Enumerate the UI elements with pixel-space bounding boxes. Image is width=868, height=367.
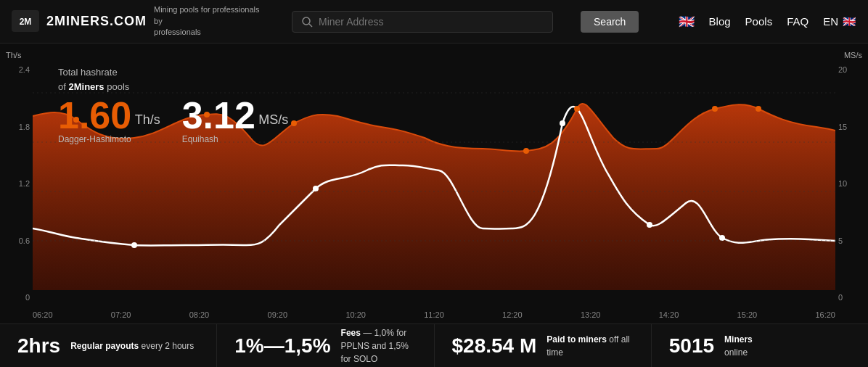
chart-dot — [291, 120, 297, 126]
svg-line-3 — [309, 24, 312, 27]
footer-fees-amount: 1%—1,5% — [234, 334, 330, 358]
chart-y-axis-left: 2.4 1.8 1.2 0.6 0 — [0, 44, 33, 323]
footer-item-miners: 5015 Minersonline — [652, 324, 868, 367]
footer-payout-desc: Regular payouts every 2 hours — [70, 339, 194, 352]
chart-dot-white — [647, 222, 652, 228]
hashrate-orange-algo: Dagger-Hashimoto — [58, 134, 160, 144]
chart-y-axis-right: 20 15 10 5 0 — [835, 44, 868, 323]
search-input[interactable] — [319, 16, 544, 28]
chart-dot — [523, 148, 529, 154]
hashrate-white-block: 3.12 MS/s Equihash — [182, 96, 289, 144]
uk-flag-small-icon: 🇬🇧 — [843, 15, 856, 28]
chart-dot — [574, 106, 580, 112]
footer-paid-desc: Paid to miners off all time — [546, 333, 634, 359]
search-icon — [301, 16, 313, 28]
hashrate-orange-unit: Th/s — [135, 112, 160, 127]
header: 2M 2MINERS.COM Mining pools for professi… — [0, 0, 868, 44]
chart-x-axis: 06:20 07:20 08:20 09:20 10:20 11:20 12:2… — [33, 310, 835, 319]
search-button[interactable]: Search — [581, 11, 639, 33]
chart-dot-white — [560, 120, 565, 126]
nav-faq-link[interactable]: FAQ — [787, 15, 808, 28]
footer-miners-desc: Minersonline — [724, 333, 753, 359]
chart-dot — [756, 106, 761, 112]
tagline: Mining pools for professionals by profes… — [154, 4, 270, 38]
chart-dot-white — [131, 242, 137, 248]
nav-lang[interactable]: EN 🇬🇧 — [823, 15, 856, 28]
footer-item-fees: 1%—1,5% Fees — 1,0% for PPLNS and 1,5% f… — [217, 324, 434, 367]
hashrate-white-unit: MS/s — [258, 112, 288, 127]
footer-item-payout: 2hrs Regular payouts every 2 hours — [0, 324, 217, 367]
logo-area: 2M 2MINERS.COM Mining pools for professi… — [12, 4, 270, 38]
logo-text: 2MINERS.COM — [46, 14, 147, 29]
search-area[interactable] — [292, 11, 553, 33]
footer-payout-hours: 2hrs — [17, 334, 60, 358]
hashrate-orange-value: 1.60 — [58, 94, 131, 136]
footer-item-paid: $28.54 M Paid to miners off all time — [435, 324, 652, 367]
nav-pools-link[interactable]: Pools — [745, 15, 773, 28]
footer-miners-count: 5015 — [669, 334, 714, 358]
nav-blog-link[interactable]: Blog — [709, 15, 731, 28]
svg-point-2 — [303, 17, 310, 25]
hashrate-total-label: Total hashrateof 2Miners pools — [58, 65, 288, 94]
chart-dot — [712, 106, 718, 112]
footer-bar: 2hrs Regular payouts every 2 hours 1%—1,… — [0, 323, 868, 367]
hashrate-values: 1.60 Th/s Dagger-Hashimoto 3.12 MS/s Equ… — [58, 96, 288, 144]
nav-links: 🇬🇧 Blog Pools FAQ EN 🇬🇧 — [679, 14, 856, 30]
chart-area: Th/s MS/s 2.4 1.8 1.2 0.6 0 20 15 10 5 0 — [0, 44, 868, 323]
uk-flag-icon: 🇬🇧 — [679, 14, 695, 30]
hashrate-info: Total hashrateof 2Miners pools 1.60 Th/s… — [58, 65, 288, 144]
chart-dot-white — [719, 235, 725, 241]
hashrate-orange-block: 1.60 Th/s Dagger-Hashimoto — [58, 96, 160, 144]
svg-text:2M: 2M — [20, 17, 32, 27]
footer-paid-amount: $28.54 M — [452, 334, 537, 358]
chart-dot-white — [313, 186, 319, 191]
hashrate-white-value: 3.12 — [182, 94, 255, 136]
footer-fees-desc: Fees — 1,0% for PPLNS and 1,5% for SOLO — [341, 326, 417, 366]
logo-icon: 2M — [12, 10, 39, 32]
